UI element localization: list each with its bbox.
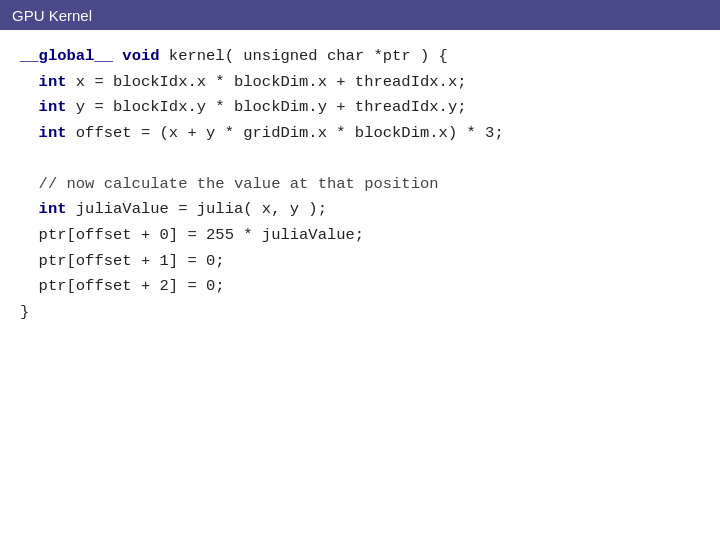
code-text-y: y = blockIdx.y * blockDim.y + threadIdx.…: [67, 98, 467, 116]
keyword-int-julia: int: [39, 200, 67, 218]
comment-line: // now calculate the value at that posit…: [39, 175, 439, 193]
code-text-julia: juliaValue = julia( x, y );: [67, 200, 327, 218]
code-text-ptr1: ptr[offset + 1] = 0;: [39, 252, 225, 270]
code-line-4: int offset = (x + y * gridDim.x * blockD…: [20, 121, 700, 147]
main-window: GPU Kernel __global__ void kernel( unsig…: [0, 0, 720, 540]
code-line-2: int x = blockIdx.x * blockDim.x + thread…: [20, 70, 700, 96]
code-line-10: }: [20, 300, 700, 326]
code-line-9: ptr[offset + 2] = 0;: [20, 274, 700, 300]
keyword-global: __global__: [20, 47, 113, 65]
keyword-int-y: int: [39, 98, 67, 116]
code-text-ptr2: ptr[offset + 2] = 0;: [39, 277, 225, 295]
code-text: void kernel( unsigned char *ptr ) {: [113, 47, 448, 65]
code-line-6: int juliaValue = julia( x, y );: [20, 197, 700, 223]
code-line-7: ptr[offset + 0] = 255 * juliaValue;: [20, 223, 700, 249]
code-text-offset: offset = (x + y * gridDim.x * blockDim.x…: [67, 124, 504, 142]
keyword-int-offset: int: [39, 124, 67, 142]
code-line-5: // now calculate the value at that posit…: [20, 172, 700, 198]
code-line-1: __global__ void kernel( unsigned char *p…: [20, 44, 700, 70]
keyword-int-x: int: [39, 73, 67, 91]
code-line-8: ptr[offset + 1] = 0;: [20, 249, 700, 275]
code-area: __global__ void kernel( unsigned char *p…: [0, 30, 720, 540]
code-closing-brace: }: [20, 303, 29, 321]
code-text-x: x = blockIdx.x * blockDim.x + threadIdx.…: [67, 73, 467, 91]
blank-line-1: [20, 146, 700, 172]
title-bar: GPU Kernel: [0, 0, 720, 30]
code-text-ptr0: ptr[offset + 0] = 255 * juliaValue;: [39, 226, 365, 244]
title-label: GPU Kernel: [12, 7, 92, 24]
code-line-3: int y = blockIdx.y * blockDim.y + thread…: [20, 95, 700, 121]
keyword-void: void: [122, 47, 159, 65]
